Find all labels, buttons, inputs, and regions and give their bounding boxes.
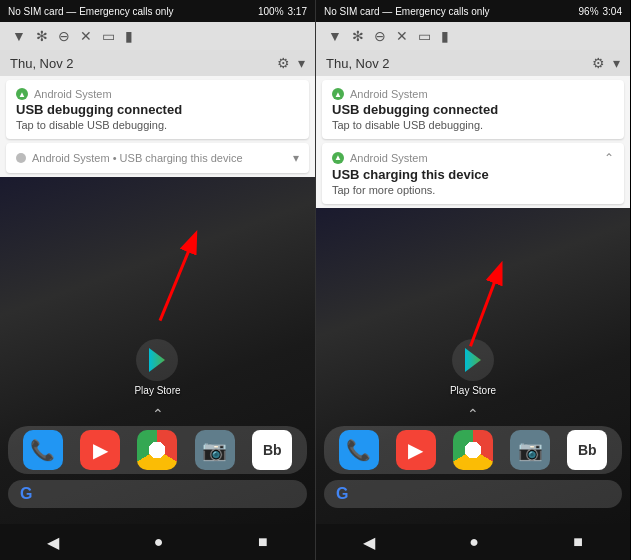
drawer-actions-right: ⚙ ▾ [592,55,620,71]
wallpaper-left: Play Store ⌃ 📞 ▶ ● 📷 B [0,177,315,524]
drawer-header-left: ▼ ✻ ⊖ ✕ ▭ ▮ [0,22,315,50]
right-screen: No SIM card — Emergency calls only 96% 3… [315,0,630,560]
chevron-down-icon-left[interactable]: ▾ [298,55,305,71]
drawer-date-right: Thu, Nov 2 [326,56,390,71]
status-right-left: 100% 3:17 [258,6,307,17]
bt-icon-left[interactable]: ✻ [36,28,48,44]
battery-icon-right[interactable]: ▮ [441,28,449,44]
minus-icon-left[interactable]: ⊖ [58,28,70,44]
wifi-icon-left[interactable]: ▼ [12,28,26,44]
drawer-header-right: ▼ ✻ ⊖ ✕ ▭ ▮ [316,22,630,50]
battery-pct-left: 100% [258,6,284,17]
settings-icon-left[interactable]: ⚙ [277,55,290,71]
phone-icon-right[interactable]: ▭ [418,28,431,44]
status-bar-left: No SIM card — Emergency calls only 100% … [0,0,315,22]
notif-header-left: ▲ Android System [16,88,299,100]
nav-back-left[interactable]: ◀ [47,533,59,552]
android-icon-right-2: ▲ [332,152,344,164]
nav-home-right[interactable]: ● [469,533,479,551]
svg-line-5 [471,266,501,346]
svg-line-1 [160,235,195,320]
notif-body-left: Tap to disable USB debugging. [16,119,299,131]
drawer-actions-left: ⚙ ▾ [277,55,305,71]
up-chevron-right: ⌃ [316,406,630,422]
time-left: 3:17 [288,6,307,17]
minus-icon-right[interactable]: ⊖ [374,28,386,44]
notif-usb-charge-right[interactable]: ▲ Android System ⌃ USB charging this dev… [322,143,624,204]
qs-icons-right: ▼ ✻ ⊖ ✕ ▭ ▮ [328,28,449,44]
nav-recents-left[interactable]: ■ [258,533,268,551]
left-screen: No SIM card — Emergency calls only 100% … [0,0,315,560]
time-right: 3:04 [603,6,622,17]
notif-body-right-2: Tap for more options. [332,184,614,196]
notif-appname-right-2: Android System [350,152,428,164]
nav-bar-right: ◀ ● ■ [316,524,630,560]
notif-dot-left [16,153,26,163]
notif-header-expanded-right: ▲ Android System ⌃ [332,151,614,165]
chevron-down-icon-right[interactable]: ▾ [613,55,620,71]
nav-recents-right[interactable]: ■ [573,533,583,551]
drawer-date-row-left: Thu, Nov 2 ⚙ ▾ [0,50,315,76]
signal-icon-left[interactable]: ✕ [80,28,92,44]
nav-home-left[interactable]: ● [154,533,164,551]
wifi-icon-right[interactable]: ▼ [328,28,342,44]
notification-drawer-right: ▼ ✻ ⊖ ✕ ▭ ▮ Thu, Nov 2 ⚙ ▾ ▲ Android Sys… [316,22,630,208]
qs-icons-left: ▼ ✻ ⊖ ✕ ▭ ▮ [12,28,133,44]
notif-title-left: USB debugging connected [16,102,299,119]
notif-chevron-left: ▾ [293,151,299,165]
notif-title-right-2: USB charging this device [332,167,614,184]
phone-icon-left[interactable]: ▭ [102,28,115,44]
notif-header-right: ▲ Android System [332,88,614,100]
drawer-date-row-right: Thu, Nov 2 ⚙ ▾ [316,50,630,76]
status-text-left: No SIM card — Emergency calls only [8,6,174,17]
drawer-date-left: Thu, Nov 2 [10,56,74,71]
notif-collapsed-text-left: Android System • USB charging this devic… [32,152,287,164]
battery-pct-right: 96% [579,6,599,17]
notif-appname-right-1: Android System [350,88,428,100]
notif-title-right-1: USB debugging connected [332,102,614,119]
battery-icon-left[interactable]: ▮ [125,28,133,44]
settings-icon-right[interactable]: ⚙ [592,55,605,71]
bt-icon-right[interactable]: ✻ [352,28,364,44]
signal-icon-right[interactable]: ✕ [396,28,408,44]
nav-bar-left: ◀ ● ■ [0,524,315,560]
up-chevron-left: ⌃ [0,406,315,422]
notif-body-right-1: Tap to disable USB debugging. [332,119,614,131]
status-text-right: No SIM card — Emergency calls only [324,6,490,17]
android-icon-right: ▲ [332,88,344,100]
notif-usb-charge-left[interactable]: Android System • USB charging this devic… [6,143,309,173]
arrow-right [316,208,630,524]
arrow-left [0,177,315,524]
notif-usb-debug-right[interactable]: ▲ Android System USB debugging connected… [322,80,624,139]
notif-appname-left: Android System [34,88,112,100]
notif-up-chevron-right: ⌃ [604,151,614,165]
nav-back-right[interactable]: ◀ [363,533,375,552]
android-icon-left: ▲ [16,88,28,100]
status-right-right: 96% 3:04 [579,6,622,17]
notification-drawer-left: ▼ ✻ ⊖ ✕ ▭ ▮ Thu, Nov 2 ⚙ ▾ ▲ Android Sys… [0,22,315,177]
wallpaper-right: Play Store ⌃ 📞 ▶ ● 📷 B [316,208,630,524]
status-bar-right: No SIM card — Emergency calls only 96% 3… [316,0,630,22]
notif-usb-debug-left[interactable]: ▲ Android System USB debugging connected… [6,80,309,139]
